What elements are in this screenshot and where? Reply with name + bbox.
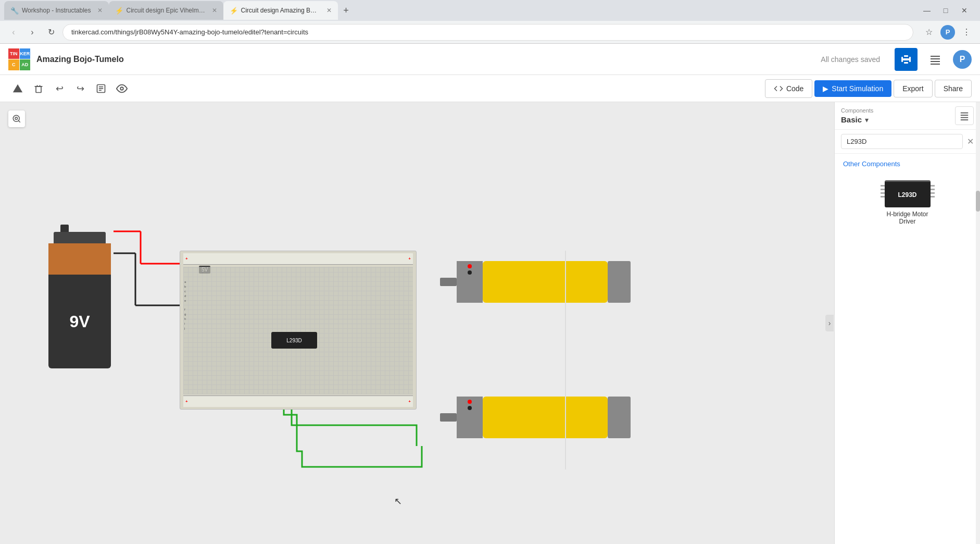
svg-rect-7 <box>931 61 940 62</box>
forward-button[interactable]: › <box>25 25 40 40</box>
panel-scroll-thumb[interactable] <box>976 191 980 212</box>
undo-button[interactable]: ↩ <box>50 79 69 98</box>
motor-top-shaft <box>440 278 457 286</box>
tab-workshop[interactable]: 🔧 Workshop - Instructables ✕ <box>4 1 109 20</box>
tab-label-2: Circuit design Epic Vihelmo-Bige... <box>127 7 206 14</box>
svg-rect-8 <box>931 64 940 65</box>
delete-button[interactable] <box>29 79 48 98</box>
zoom-icon <box>12 114 21 123</box>
bookmark-icon[interactable]: ☆ <box>922 25 936 40</box>
tab-epic[interactable]: ⚡ Circuit design Epic Vihelmo-Bige... ✕ <box>109 1 223 20</box>
other-components-title: Other Components <box>843 160 972 168</box>
svg-rect-1 <box>909 57 911 62</box>
export-button[interactable]: Export <box>894 80 932 97</box>
panel-collapse-button[interactable]: › <box>825 315 834 331</box>
right-panel: › Components Basic ▾ <box>834 102 980 544</box>
tab-favicon-3: ⚡ <box>230 7 238 15</box>
svg-rect-41 <box>961 115 968 116</box>
address-bar: ‹ › ↻ tinkercad.com/things/jrB08Wy5N4Y-a… <box>0 21 980 44</box>
simulate-label: Start Simulation <box>832 84 883 93</box>
search-clear-button[interactable]: ✕ <box>967 137 974 146</box>
tab-favicon-1: 🔧 <box>10 7 19 15</box>
motor-bottom-gear <box>608 397 631 438</box>
breadboard-grid <box>183 267 413 394</box>
l293d-component-item[interactable]: L293D H-bridge MotorDriver <box>843 174 972 231</box>
l293d-chip: L293D <box>271 332 317 349</box>
svg-rect-5 <box>931 56 940 57</box>
shapes-tool-button[interactable] <box>8 79 27 98</box>
main-area: 9V + + 5V L293D + <box>0 102 980 544</box>
maximize-button[interactable]: □ <box>938 3 953 18</box>
url-bar[interactable]: tinkercad.com/things/jrB08Wy5N4Y-amazing… <box>62 24 913 41</box>
user-avatar[interactable]: P <box>953 50 972 69</box>
svg-rect-4 <box>903 58 909 60</box>
panel-list-view-button[interactable] <box>955 106 974 125</box>
breadboard[interactable]: + + 5V L293D + + abcde <box>180 251 417 410</box>
tab-amazing[interactable]: ⚡ Circuit design Amazing Bojo-Tum... ✕ <box>223 1 338 20</box>
category-name: Basic <box>841 115 862 124</box>
url-text: tinkercad.com/things/jrB08Wy5N4Y-amazing… <box>71 28 308 36</box>
category-row: Basic ▾ <box>841 115 873 124</box>
logo-cell-c: C <box>8 59 19 70</box>
svg-rect-2 <box>904 55 908 57</box>
app-title: Amazing Bojo-Tumelo <box>36 55 124 64</box>
menu-icon[interactable]: ⋮ <box>959 25 974 40</box>
svg-marker-9 <box>13 84 22 92</box>
code-button[interactable]: Code <box>765 79 812 98</box>
address-bar-right: ☆ P ⋮ <box>922 25 974 40</box>
tab-close-3[interactable]: ✕ <box>326 7 332 14</box>
motor-bottom-black-terminal <box>468 406 472 410</box>
cursor-indicator: ↖ <box>394 496 402 507</box>
svg-point-20 <box>15 117 18 120</box>
battery-terminal <box>60 225 69 232</box>
search-row: ✕ <box>835 130 980 154</box>
canvas-area[interactable]: 9V + + 5V L293D + <box>0 102 834 544</box>
logo-cell-tin: TIN <box>8 48 19 59</box>
motor-top <box>440 261 631 303</box>
motor-bottom-shaft <box>440 413 457 422</box>
visibility-button[interactable] <box>112 79 131 98</box>
tab-close-1[interactable]: ✕ <box>97 7 103 14</box>
tinkercad-logo: TIN KER C AD <box>8 48 30 70</box>
toolbar: ↩ ↪ Code ▶ Start Simulation Export Share <box>0 75 980 102</box>
logo-cell-ad: AD <box>20 59 31 70</box>
eye-icon <box>116 83 128 94</box>
svg-rect-42 <box>961 117 968 118</box>
trash-icon <box>33 83 44 94</box>
motor-top-gear <box>608 261 631 303</box>
profile-icon[interactable]: P <box>940 25 955 40</box>
panel-scrollbar[interactable] <box>976 102 980 544</box>
circuit-view-button[interactable] <box>895 48 918 71</box>
close-window-button[interactable]: ✕ <box>957 3 972 18</box>
l293d-component-chip: L293D <box>885 180 931 207</box>
export-label: Export <box>902 84 923 93</box>
zoom-fit-button[interactable] <box>8 110 25 127</box>
start-simulation-button[interactable]: ▶ Start Simulation <box>814 80 891 97</box>
code-label: Code <box>786 84 803 93</box>
tab-close-2[interactable]: ✕ <box>212 7 217 14</box>
motor-top-red-terminal <box>468 264 472 268</box>
breadboard-bottom-rail: + + <box>183 395 413 407</box>
breadboard-top-rail: + + <box>183 253 413 265</box>
play-icon: ▶ <box>823 84 828 93</box>
battery-cap <box>54 232 106 243</box>
l293d-component-name: H-bridge MotorDriver <box>886 211 928 225</box>
category-dropdown-icon[interactable]: ▾ <box>865 116 869 124</box>
share-button[interactable]: Share <box>935 80 972 97</box>
svg-point-18 <box>120 87 123 90</box>
other-components-section: Other Components <box>835 154 980 238</box>
new-tab-button[interactable]: + <box>338 2 355 19</box>
svg-rect-10 <box>36 86 41 92</box>
motor-bottom-red-terminal <box>468 400 472 404</box>
chip-left-pins <box>881 185 885 197</box>
search-input[interactable] <box>841 134 963 149</box>
minimize-button[interactable]: — <box>920 3 934 18</box>
notes-button[interactable] <box>92 79 110 98</box>
redo-button[interactable]: ↪ <box>71 79 90 98</box>
motor-bottom-body <box>483 397 608 438</box>
back-button[interactable]: ‹ <box>6 25 21 40</box>
list-view-button[interactable] <box>924 48 947 71</box>
logo-cell-ker: KER <box>20 48 31 59</box>
app-header: TIN KER C AD Amazing Bojo-Tumelo All cha… <box>0 44 980 75</box>
refresh-button[interactable]: ↻ <box>44 25 58 40</box>
